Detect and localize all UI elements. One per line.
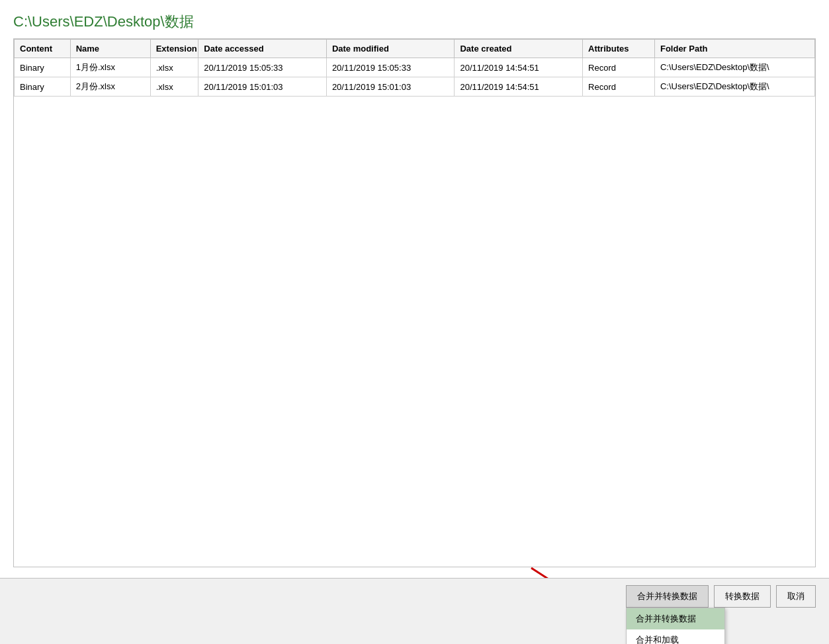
table-row[interactable]: Binary1月份.xlsx.xlsx20/11/2019 15:05:3320… <box>15 58 815 77</box>
merge-convert-dropdown-wrapper: 合并并转换数据 合并并转换数据 合并和加载 合并和加载到... <box>626 585 709 608</box>
col-attributes: Attributes <box>583 40 655 58</box>
col-date-created: Date created <box>455 40 583 58</box>
merge-convert-button[interactable]: 合并并转换数据 <box>626 585 709 608</box>
cell-date_modified: 20/11/2019 15:01:03 <box>326 77 455 97</box>
file-table: Content Name Extension Date accessed Dat… <box>14 39 815 97</box>
cell-attributes: Record <box>583 58 655 77</box>
cell-extension: .xlsx <box>150 77 198 97</box>
page-title: C:\Users\EDZ\Desktop\数据 <box>13 12 816 32</box>
cell-name: 2月份.xlsx <box>70 77 150 97</box>
cell-attributes: Record <box>583 77 655 97</box>
table-row[interactable]: Binary2月份.xlsx.xlsx20/11/2019 15:01:0320… <box>15 77 815 97</box>
col-folder-path: Folder Path <box>654 40 814 58</box>
col-content: Content <box>15 40 71 58</box>
dropdown-menu: 合并并转换数据 合并和加载 合并和加载到... <box>626 608 725 644</box>
dropdown-item-merge-convert[interactable]: 合并并转换数据 <box>627 608 724 629</box>
cell-name: 1月份.xlsx <box>70 58 150 77</box>
bottom-bar: 合并并转换数据 合并并转换数据 合并和加载 合并和加载到... 转换数据 取消 <box>0 578 829 644</box>
cancel-button[interactable]: 取消 <box>776 585 816 608</box>
cell-date_created: 20/11/2019 14:54:51 <box>455 77 583 97</box>
dropdown-item-merge-load[interactable]: 合并和加载 <box>627 629 724 644</box>
table-header-row: Content Name Extension Date accessed Dat… <box>15 40 815 58</box>
cell-date_modified: 20/11/2019 15:05:33 <box>326 58 455 77</box>
title-bar: C:\Users\EDZ\Desktop\数据 <box>0 0 829 38</box>
cell-date_accessed: 20/11/2019 15:01:03 <box>198 77 327 97</box>
convert-data-button[interactable]: 转换数据 <box>714 585 771 608</box>
cell-folder_path: C:\Users\EDZ\Desktop\数据\ <box>654 77 814 97</box>
col-date-modified: Date modified <box>326 40 455 58</box>
cell-content: Binary <box>15 77 71 97</box>
col-name: Name <box>70 40 150 58</box>
cell-date_created: 20/11/2019 14:54:51 <box>455 58 583 77</box>
col-date-accessed: Date accessed <box>198 40 327 58</box>
cell-folder_path: C:\Users\EDZ\Desktop\数据\ <box>654 58 814 77</box>
cell-extension: .xlsx <box>150 58 198 77</box>
cell-content: Binary <box>15 58 71 77</box>
cell-date_accessed: 20/11/2019 15:05:33 <box>198 58 327 77</box>
main-content: Content Name Extension Date accessed Dat… <box>13 38 816 567</box>
col-extension: Extension <box>150 40 198 58</box>
